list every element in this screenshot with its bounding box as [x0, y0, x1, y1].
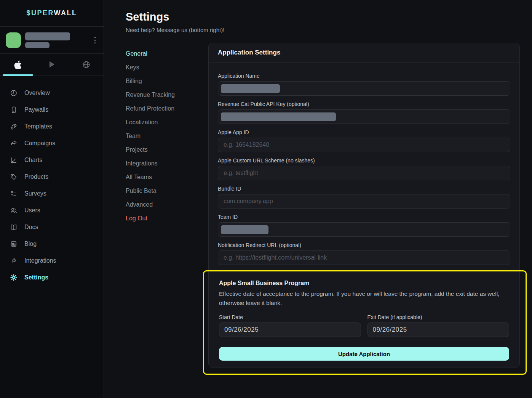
sidebar-item-label: Paywalls: [24, 106, 48, 113]
sidebar-item-label: Users: [24, 207, 40, 214]
kebab-menu-icon[interactable]: [91, 37, 98, 43]
chart-icon: [10, 156, 18, 164]
settings-nav-integrations[interactable]: Integrations: [126, 157, 208, 170]
settings-nav-advanced[interactable]: Advanced: [126, 198, 208, 212]
field-label: Bundle ID: [218, 186, 510, 192]
redacted-value: [221, 84, 280, 93]
settings-nav-revenue-tracking[interactable]: Revenue Tracking: [126, 88, 208, 102]
notification-redirect-url-input[interactable]: [218, 250, 510, 265]
field-team-id: Team ID: [218, 214, 510, 237]
sidebar-item-charts[interactable]: Charts: [0, 152, 104, 169]
field-label: Application Name: [218, 73, 510, 79]
tab-apple[interactable]: [0, 54, 35, 75]
sidebar-item-label: Templates: [24, 123, 52, 130]
sidebar-item-blog[interactable]: Blog: [0, 236, 104, 252]
logo-rest: WALL: [54, 9, 77, 17]
settings-nav-general[interactable]: General: [126, 47, 208, 61]
field-label: Notification Redirect URL (optional): [218, 242, 510, 248]
settings-nav-projects[interactable]: Projects: [126, 143, 208, 157]
settings-nav-localization[interactable]: Localization: [126, 116, 208, 129]
sidebar-item-label: Products: [24, 173, 48, 180]
sidebar-item-paywalls[interactable]: Paywalls: [0, 101, 104, 118]
logo-row: $UPERWALL: [0, 0, 104, 27]
sidebar-item-label: Surveys: [24, 190, 46, 197]
logo-accent: $UPER: [26, 9, 54, 17]
workspace-name-redacted: [25, 32, 91, 48]
sidebar: $UPERWALL Overview: [0, 0, 104, 398]
share-arrow-icon: [10, 140, 18, 147]
field-start-date: Start Date: [219, 314, 361, 337]
gear-icon: [10, 274, 18, 281]
sidebar-nav: Overview Paywalls Templates Campaigns Ch…: [0, 75, 104, 286]
start-date-label: Start Date: [219, 314, 361, 320]
field-exit-date: Exit Date (if applicable): [367, 314, 510, 337]
workspace-avatar[interactable]: [6, 32, 21, 48]
settings-nav-log-out[interactable]: Log Out: [126, 212, 208, 225]
sidebar-item-label: Docs: [24, 224, 38, 231]
platform-tabs: [0, 54, 104, 75]
clock-icon: [10, 89, 18, 97]
globe-icon: [82, 60, 91, 69]
start-date-input[interactable]: [219, 323, 361, 337]
sidebar-item-settings[interactable]: Settings: [0, 269, 104, 286]
sidebar-item-users[interactable]: Users: [0, 202, 104, 219]
settings-nav-team[interactable]: Team: [126, 129, 208, 143]
sidebar-item-label: Settings: [24, 274, 48, 281]
rocket-icon: [10, 123, 18, 130]
superwall-logo[interactable]: $UPERWALL: [26, 9, 77, 17]
sbp-title: Apple Small Business Program: [219, 280, 509, 287]
field-application-name: Application Name: [218, 73, 510, 96]
settings-nav-all-teams[interactable]: All Teams: [126, 170, 208, 184]
sidebar-item-surveys[interactable]: Surveys: [0, 185, 104, 202]
workspace-row[interactable]: [0, 27, 104, 54]
tag-icon: [10, 173, 18, 181]
sidebar-item-label: Blog: [24, 241, 37, 247]
field-notification-redirect-url: Notification Redirect URL (optional): [218, 242, 510, 265]
sidebar-item-overview[interactable]: Overview: [0, 85, 104, 101]
sidebar-item-label: Charts: [24, 157, 42, 164]
main-content: Settings Need help? Message us (bottom r…: [104, 0, 532, 398]
settings-nav-public-beta[interactable]: Public Beta: [126, 184, 208, 198]
tab-google-play[interactable]: [35, 54, 69, 75]
sidebar-item-docs[interactable]: Docs: [0, 219, 104, 236]
settings-nav-refund-protection[interactable]: Refund Protection: [126, 102, 208, 116]
settings-nav-billing[interactable]: Billing: [126, 74, 208, 88]
tab-web[interactable]: [69, 54, 104, 75]
field-label: Apple Custom URL Scheme (no slashes): [218, 157, 510, 164]
exit-date-input[interactable]: [367, 323, 510, 337]
sidebar-item-integrations[interactable]: Integrations: [0, 252, 104, 269]
page-title: Settings: [126, 11, 520, 23]
sidebar-item-templates[interactable]: Templates: [0, 118, 104, 135]
field-revenuecat-api-key: Revenue Cat Public API Key (optional): [218, 101, 510, 124]
panel-title: Application Settings: [209, 43, 519, 63]
field-label: Apple App ID: [218, 129, 510, 135]
sidebar-item-label: Overview: [24, 90, 50, 96]
smartphone-icon: [10, 106, 18, 114]
field-apple-app-id: Apple App ID: [218, 129, 510, 152]
bundle-id-input[interactable]: [218, 194, 510, 209]
settings-nav: General Keys Billing Revenue Tracking Re…: [126, 43, 208, 368]
apple-icon: [13, 60, 22, 69]
sidebar-item-products[interactable]: Products: [0, 169, 104, 185]
newspaper-icon: [10, 240, 18, 248]
apple-app-id-input[interactable]: [218, 138, 510, 152]
checklist-icon: [10, 190, 18, 197]
book-icon: [10, 223, 18, 231]
apple-url-scheme-input[interactable]: [218, 166, 510, 180]
settings-nav-keys[interactable]: Keys: [126, 61, 208, 74]
field-apple-url-scheme: Apple Custom URL Scheme (no slashes): [218, 157, 510, 180]
field-label: Revenue Cat Public API Key (optional): [218, 101, 510, 107]
redacted-value: [221, 112, 336, 121]
users-icon: [10, 207, 18, 214]
redacted-workspace-subtitle: [25, 42, 50, 48]
revenuecat-api-key-input[interactable]: [218, 109, 510, 124]
sidebar-item-campaigns[interactable]: Campaigns: [0, 135, 104, 152]
update-application-button[interactable]: Update Application: [219, 347, 509, 361]
redacted-workspace-title: [25, 32, 70, 40]
application-name-input[interactable]: [218, 81, 510, 96]
application-settings-panel: Application Settings Application Name Re…: [208, 43, 520, 368]
play-icon: [47, 60, 56, 69]
team-id-input[interactable]: [218, 222, 510, 237]
sbp-description: Effective date of acceptance to the prog…: [219, 289, 509, 308]
redacted-value: [221, 225, 268, 234]
